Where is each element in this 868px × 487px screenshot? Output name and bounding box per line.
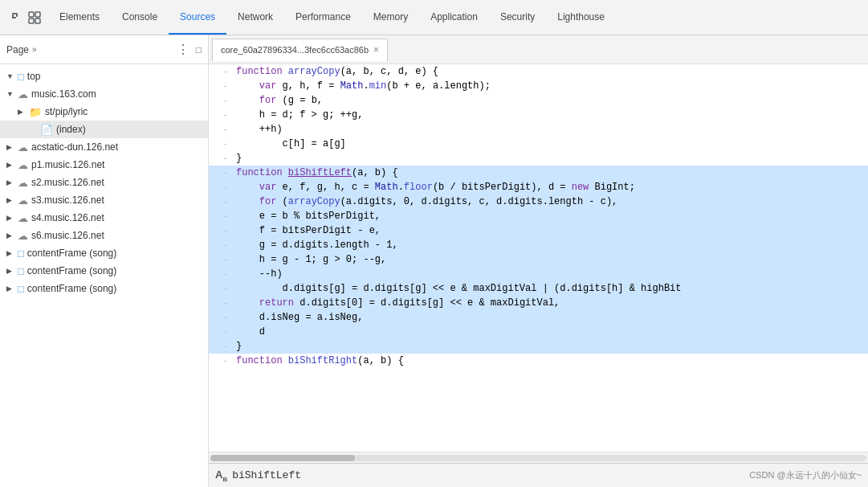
svg-rect-5 xyxy=(35,12,40,17)
code-line-highlighted: - --h) xyxy=(209,267,868,281)
code-line-highlighted: - f = bitsPerDigit - e, xyxy=(209,223,868,238)
inspect-icon[interactable] xyxy=(27,10,42,25)
tab-memory[interactable]: Memory xyxy=(362,0,419,35)
code-editor[interactable]: - function arrayCopy(a, b, c, d, e) { - … xyxy=(209,64,868,452)
code-line: - function arrayCopy(a, b, c, d, e) { xyxy=(209,64,868,79)
tree-item-music163[interactable]: ▼ ☁ music.163.com xyxy=(0,85,208,103)
sidebar-chevron-icon[interactable]: » xyxy=(32,45,37,54)
code-line-highlighted: - var e, f, g, h, c = Math.floor(b / bit… xyxy=(209,180,868,194)
main-layout: Page » ⋮ □ ▼ □ top ▼ ☁ music.163.com ▶ 📁… xyxy=(0,35,868,487)
sidebar-header: Page » ⋮ □ xyxy=(0,35,208,64)
sidebar-page-label: Page xyxy=(6,44,29,55)
devtools-icon-group xyxy=(3,10,48,25)
tab-elements[interactable]: Elements xyxy=(48,0,111,35)
sidebar: Page » ⋮ □ ▼ □ top ▼ ☁ music.163.com ▶ 📁… xyxy=(0,35,209,487)
code-lines: - function arrayCopy(a, b, c, d, e) { - … xyxy=(209,64,868,368)
search-ab-icon: AB xyxy=(215,469,227,483)
tab-network[interactable]: Network xyxy=(226,0,284,35)
code-line: - function biShiftRight(a, b) { xyxy=(209,354,868,368)
code-line-highlighted: - d xyxy=(209,325,868,339)
credit-text: CSDN @永远十八的小仙女~ xyxy=(749,469,862,481)
sidebar-more-icon[interactable]: ⋮ xyxy=(177,43,189,56)
search-input[interactable] xyxy=(232,469,749,481)
bottom-bar: AB CSDN @永远十八的小仙女~ xyxy=(209,463,868,487)
code-tab-file[interactable]: core_60a27896334...3fec6cc63ac86b × xyxy=(212,39,388,61)
tab-console[interactable]: Console xyxy=(111,0,169,35)
code-tabs: core_60a27896334...3fec6cc63ac86b × xyxy=(209,35,868,64)
svg-rect-0 xyxy=(12,13,16,14)
tab-close-icon[interactable]: × xyxy=(373,44,379,55)
tree-item-contentframe-1[interactable]: ▶ □ contentFrame (song) xyxy=(0,244,208,262)
hscroll-track[interactable] xyxy=(210,455,866,461)
hscroll-thumb[interactable] xyxy=(210,455,355,461)
tree-item-contentframe-2[interactable]: ▶ □ contentFrame (song) xyxy=(0,262,208,280)
svg-rect-4 xyxy=(29,12,34,17)
tree-item-stpip[interactable]: ▶ 📁 st/pip/lyric xyxy=(0,103,208,121)
code-line-highlighted: - g = d.digits.length - 1, xyxy=(209,238,868,252)
code-line-highlighted: - for (arrayCopy(a.digits, 0, d.digits, … xyxy=(209,194,868,209)
sidebar-panel-icon[interactable]: □ xyxy=(196,44,202,55)
code-line-highlighted: - d.isNeg = a.isNeg, xyxy=(209,310,868,325)
tab-application[interactable]: Application xyxy=(419,0,489,35)
code-line: - for (g = b, xyxy=(209,93,868,108)
devtools-toolbar: Elements Console Sources Network Perform… xyxy=(0,0,868,35)
tree-item-s3[interactable]: ▶ ☁ s3.music.126.net xyxy=(0,191,208,209)
svg-rect-6 xyxy=(29,18,34,23)
tab-performance[interactable]: Performance xyxy=(284,0,362,35)
code-line: - h = d; f > g; ++g, xyxy=(209,108,868,122)
code-line-highlighted: - h = g - 1; g > 0; --g, xyxy=(209,252,868,267)
tree-item-top[interactable]: ▼ □ top xyxy=(0,68,208,85)
tree-item-p1[interactable]: ▶ ☁ p1.music.126.net xyxy=(0,156,208,174)
devtools-tabs: Elements Console Sources Network Perform… xyxy=(48,0,616,35)
cursor-icon[interactable] xyxy=(10,10,24,25)
svg-rect-3 xyxy=(16,13,18,17)
tab-security[interactable]: Security xyxy=(489,0,546,35)
code-line-highlighted: - return d.digits[0] = d.digits[g] << e … xyxy=(209,296,868,310)
code-line-highlighted: - d.digits[g] = d.digits[g] << e & maxDi… xyxy=(209,281,868,296)
tree-item-s2[interactable]: ▶ ☁ s2.music.126.net xyxy=(0,174,208,191)
svg-rect-7 xyxy=(35,18,40,23)
code-panel: core_60a27896334...3fec6cc63ac86b × - fu… xyxy=(209,35,868,487)
sidebar-tree: ▼ □ top ▼ ☁ music.163.com ▶ 📁 st/pip/lyr… xyxy=(0,64,208,487)
tree-item-contentframe-3[interactable]: ▶ □ contentFrame (song) xyxy=(0,280,208,297)
code-line: - c[h] = a[g] xyxy=(209,137,868,151)
tree-item-s6[interactable]: ▶ ☁ s6.music.126.net xyxy=(0,227,208,244)
code-line: - ++h) xyxy=(209,122,868,137)
tree-item-s4[interactable]: ▶ ☁ s4.music.126.net xyxy=(0,209,208,227)
svg-rect-2 xyxy=(12,17,16,18)
code-line: - } xyxy=(209,151,868,166)
code-line-highlighted: - } xyxy=(209,339,868,354)
code-line-highlighted: - function biShiftLeft(a, b) { xyxy=(209,166,868,180)
code-line: - var g, h, f = Math.min(b + e, a.length… xyxy=(209,79,868,93)
horizontal-scrollbar[interactable] xyxy=(209,452,868,463)
code-line-highlighted: - e = b % bitsPerDigit, xyxy=(209,209,868,223)
tab-sources[interactable]: Sources xyxy=(169,0,226,35)
tab-lighthouse[interactable]: Lighthouse xyxy=(546,0,616,35)
tree-item-acstatic[interactable]: ▶ ☁ acstatic-dun.126.net xyxy=(0,138,208,156)
code-tab-filename: core_60a27896334...3fec6cc63ac86b xyxy=(221,45,369,55)
tree-item-index[interactable]: 📄 (index) xyxy=(0,121,208,138)
